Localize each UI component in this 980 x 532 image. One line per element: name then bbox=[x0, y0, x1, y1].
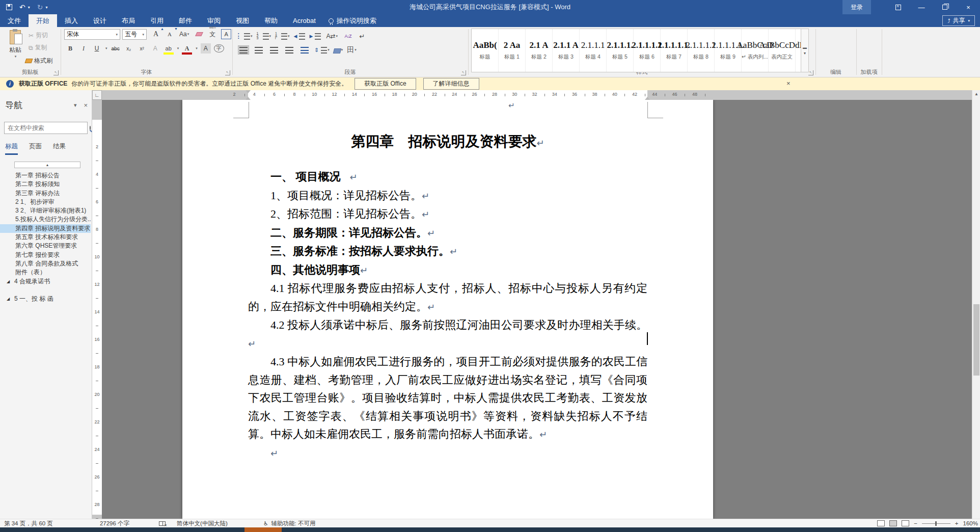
nav-heading-item[interactable]: 第四章 招标说明及资料要求 bbox=[0, 224, 91, 233]
first-line-indent-marker[interactable] bbox=[246, 90, 251, 93]
styles-gallery-more-button[interactable]: ▬▾ bbox=[801, 29, 809, 72]
document-canvas[interactable]: ↵ 第四章 招标说明及资料要求↵一、 项目概况↵1、项目概况：详见招标公告。↵2… bbox=[102, 100, 972, 519]
strikethrough-button[interactable]: abc bbox=[111, 43, 121, 54]
style-item-↵ 表内列...[interactable]: AaBbCcD↵ 表内列... bbox=[742, 29, 769, 72]
show-hide-marks-button[interactable]: ↵ bbox=[357, 31, 367, 41]
collapse-triangle-icon[interactable]: ◢ bbox=[7, 277, 10, 286]
bold-button[interactable]: B bbox=[65, 43, 75, 54]
horizontal-ruler[interactable]: 2468101214161820222426283032343638404244… bbox=[102, 90, 972, 100]
style-item-标题[interactable]: AaBb(标题 bbox=[472, 29, 499, 72]
word-count[interactable]: 27296 个字 bbox=[100, 520, 129, 527]
nav-heading-item[interactable]: 附件（表） bbox=[0, 268, 91, 277]
font-color-chevron-icon[interactable]: ▾ bbox=[196, 46, 198, 50]
highlight-chevron-icon[interactable]: ▾ bbox=[177, 46, 179, 50]
doc-paragraph[interactable]: 三、服务标准：按招标人要求执行。↵ bbox=[248, 242, 647, 261]
style-item-标题 8[interactable]: 2.1.1.1.1标题 8 bbox=[688, 29, 715, 72]
style-item-标题 2[interactable]: 2.1 A标题 2 bbox=[526, 29, 553, 72]
nav-heading-item[interactable]: 2 1、初步评审 bbox=[0, 198, 91, 206]
zoom-slider-thumb[interactable] bbox=[935, 521, 937, 526]
nav-search-input[interactable] bbox=[5, 124, 90, 131]
font-color-button[interactable]: A bbox=[182, 43, 192, 54]
asian-layout-button[interactable]: A⇄▾ bbox=[325, 31, 339, 41]
enclose-characters-button[interactable]: 字 bbox=[214, 44, 224, 52]
nav-tab-结果[interactable]: 结果 bbox=[53, 142, 66, 155]
character-shading-button[interactable]: A bbox=[201, 43, 211, 54]
underline-button[interactable]: U bbox=[92, 43, 102, 54]
doc-paragraph[interactable]: 4.2 投标人须承诺中标后、服务前按照辽河油田公司要求及时办理相关手续。↵ bbox=[248, 316, 647, 353]
zoom-in-button[interactable]: + bbox=[955, 520, 959, 526]
ribbon-tab-插入[interactable]: 插入 bbox=[57, 14, 86, 27]
nav-tab-页面[interactable]: 页面 bbox=[29, 142, 42, 155]
numbered-list-button[interactable]: 123▾ bbox=[257, 33, 271, 40]
font-size-combo[interactable]: 五号 ▾ bbox=[122, 29, 147, 40]
close-button[interactable]: × bbox=[957, 0, 980, 14]
style-item-标题 4[interactable]: 2.1.1.1标题 4 bbox=[580, 29, 607, 72]
font-dialog-launcher[interactable]: ↘ bbox=[225, 70, 230, 75]
phonetic-guide-button[interactable]: wén文 bbox=[207, 29, 217, 39]
doc-paragraph[interactable]: 4.3 中标人如雇佣农民工进行服务的，项目开工前必须对提供服务的农民工信息造册、… bbox=[248, 353, 647, 444]
ribbon-tab-帮助[interactable]: 帮助 bbox=[257, 14, 285, 27]
ribbon-tab-Acrobat[interactable]: Acrobat bbox=[285, 14, 323, 27]
collapse-triangle-icon[interactable]: ◢ bbox=[7, 295, 10, 303]
ribbon-tab-设计[interactable]: 设计 bbox=[86, 14, 114, 27]
increase-indent-button[interactable]: ▶ bbox=[309, 33, 321, 40]
nav-search-icon[interactable] bbox=[90, 126, 91, 130]
nav-heading-item[interactable]: ◢4 合规承诺书 bbox=[0, 277, 91, 286]
document-text[interactable]: 第四章 招标说明及资料要求↵一、 项目概况↵1、项目概况：详见招标公告。↵2、招… bbox=[248, 130, 647, 462]
shrink-font-button[interactable]: A▼ bbox=[165, 29, 175, 39]
clipboard-dialog-launcher[interactable]: ↘ bbox=[53, 70, 59, 75]
sort-button[interactable]: A↓Z bbox=[343, 31, 353, 41]
learn-more-button[interactable]: 了解详细信息 bbox=[423, 78, 479, 90]
vertical-ruler[interactable]: 246810121416182022242628 bbox=[92, 100, 102, 519]
nav-heading-item[interactable]: 3 2、详细评审标准(附表1) bbox=[0, 206, 91, 215]
get-genuine-office-button[interactable]: 获取正版 Office bbox=[355, 78, 416, 90]
doc-paragraph[interactable]: 二、服务期限：详见招标公告。↵ bbox=[248, 224, 647, 243]
share-button[interactable]: ⤴ 共享 ▾ bbox=[942, 15, 975, 26]
page-indicator[interactable]: 第 34 页，共 60 页 bbox=[4, 520, 53, 527]
restore-button[interactable] bbox=[933, 0, 957, 14]
bullet-list-button[interactable]: •••▾ bbox=[238, 33, 253, 40]
align-left-button[interactable] bbox=[238, 45, 249, 55]
zoom-slider[interactable] bbox=[922, 523, 950, 524]
sign-in-button[interactable]: 登录 bbox=[842, 0, 871, 14]
web-layout-button[interactable] bbox=[902, 520, 909, 526]
vertical-scrollbar[interactable]: ▲ bbox=[972, 90, 980, 519]
font-name-combo[interactable]: 宋体 ▾ bbox=[64, 29, 120, 40]
ribbon-tab-视图[interactable]: 视图 bbox=[228, 14, 257, 27]
read-mode-button[interactable] bbox=[877, 520, 885, 526]
styles-dialog-launcher[interactable]: ↘ bbox=[808, 70, 813, 75]
subscript-button[interactable]: x₂ bbox=[124, 43, 134, 54]
borders-button[interactable]: 田▾ bbox=[347, 45, 357, 55]
ribbon-tab-邮件[interactable]: 邮件 bbox=[171, 14, 200, 27]
accessibility-status[interactable]: 辅助功能: 不可用 bbox=[271, 520, 316, 527]
nav-heading-item[interactable]: 第二章 投标须知 bbox=[0, 180, 91, 189]
ribbon-display-options-button[interactable] bbox=[886, 0, 910, 14]
multilevel-list-button[interactable]: 1ai▾ bbox=[275, 33, 290, 40]
nav-jump-top-button[interactable]: ▲ bbox=[14, 162, 80, 168]
nav-heading-item[interactable]: 第一章 招标公告 bbox=[0, 171, 91, 180]
nav-heading-item[interactable]: 第七章 报价要求 bbox=[0, 251, 91, 259]
align-right-button[interactable] bbox=[268, 45, 280, 55]
justify-button[interactable] bbox=[284, 45, 295, 55]
grow-font-button[interactable]: A▲ bbox=[151, 29, 161, 39]
highlight-color-button[interactable]: ab bbox=[164, 43, 174, 54]
ribbon-tab-开始[interactable]: 开始 bbox=[29, 14, 57, 27]
doc-paragraph[interactable]: 一、 项目概况↵ bbox=[248, 168, 647, 187]
nav-search-box[interactable]: ▾ bbox=[4, 122, 88, 134]
ribbon-tab-引用[interactable]: 引用 bbox=[143, 14, 171, 27]
style-item-表内正文[interactable]: AaBbCcDdE表内正文 bbox=[769, 29, 796, 72]
ribbon-tab-文件[interactable]: 文件 bbox=[0, 14, 29, 27]
scrollbar-thumb[interactable] bbox=[973, 304, 979, 376]
print-layout-button[interactable] bbox=[889, 520, 897, 526]
proofing-errors-icon[interactable] bbox=[159, 521, 166, 526]
doc-paragraph[interactable]: 1、项目概况：详见招标公告。↵ bbox=[248, 187, 647, 205]
clear-formatting-button[interactable] bbox=[194, 29, 204, 39]
taskbar-highlighted-app[interactable] bbox=[244, 527, 282, 532]
scroll-up-icon[interactable]: ▲ bbox=[972, 92, 980, 96]
style-item-标题 7[interactable]: 2.1.1.1.1.标题 7 bbox=[661, 29, 688, 72]
doc-paragraph[interactable]: 第四章 招标说明及资料要求↵ bbox=[248, 130, 647, 154]
style-item-标题 6[interactable]: 2.1.1.1.1标题 6 bbox=[634, 29, 661, 72]
doc-paragraph[interactable]: 2、招标范围：详见招标公告。↵ bbox=[248, 205, 647, 224]
text-effects-button[interactable]: A bbox=[150, 43, 160, 54]
tab-stop-selector[interactable]: ∟ bbox=[92, 90, 102, 100]
